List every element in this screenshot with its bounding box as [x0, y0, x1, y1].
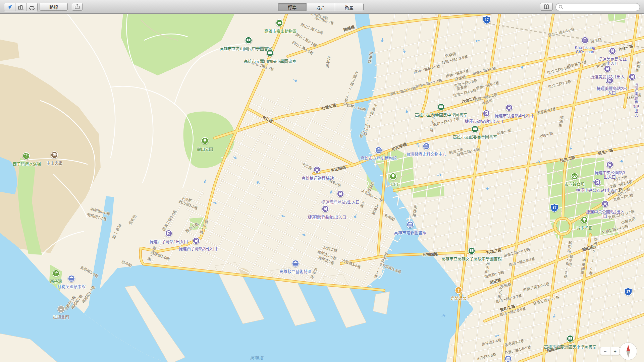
search-icon: [558, 4, 564, 10]
map-poi-mrt-icon[interactable]: [313, 166, 321, 175]
map-poi-museum-icon[interactable]: [375, 146, 382, 155]
map-poi-mrt-icon[interactable]: [594, 179, 601, 187]
map-poi-museum-icon[interactable]: [504, 355, 512, 362]
map-poi-school-icon[interactable]: [51, 151, 58, 160]
map-poi-mrt-icon[interactable]: [609, 47, 616, 56]
map-poi-palm-icon[interactable]: [22, 152, 30, 161]
map-poi-mrt-icon[interactable]: [606, 161, 613, 170]
map-poi-mrt-icon[interactable]: [193, 237, 200, 246]
map-poi-mrt-icon[interactable]: [606, 77, 613, 85]
map-poi-mrt-icon[interactable]: [604, 65, 611, 74]
map-poi-museum-icon[interactable]: [407, 221, 414, 230]
map-poi-mrt-icon[interactable]: [601, 200, 609, 209]
map-poi-mrt-icon[interactable]: [483, 110, 490, 118]
traffic-button[interactable]: [26, 3, 37, 11]
map-poi-tree-icon[interactable]: [581, 216, 588, 225]
map-canvas[interactable]: [0, 0, 644, 362]
3d-buildings-icon: [17, 4, 24, 10]
current-location-button[interactable]: [4, 3, 15, 11]
tab-satellite[interactable]: 衛星: [335, 3, 363, 11]
map-poi-mrt-icon[interactable]: [165, 230, 172, 238]
map-poi-stadium-icon[interactable]: [571, 173, 578, 181]
map-poi-tree-icon[interactable]: [201, 137, 209, 146]
map-poi-mrt-icon[interactable]: [581, 37, 589, 45]
traffic-car-icon: [29, 4, 35, 10]
tab-standard[interactable]: 標準: [278, 3, 307, 11]
search-input[interactable]: [564, 4, 640, 10]
map-poi-book-icon[interactable]: [437, 103, 445, 112]
map-poi-book-icon[interactable]: [567, 335, 574, 344]
zoom-controls: − +: [600, 347, 620, 355]
zoom-out-button[interactable]: −: [600, 347, 610, 355]
map-type-segmented-control: 標準 混合 衛星: [278, 3, 364, 11]
map-poi-book-icon[interactable]: [266, 49, 274, 58]
map-poi-mrt-icon[interactable]: [337, 190, 344, 199]
compass[interactable]: [619, 342, 638, 362]
map-poi-book-icon[interactable]: [468, 247, 475, 256]
location-arrow-icon: [6, 4, 13, 10]
map-poi-museum-icon[interactable]: [292, 260, 299, 268]
bookmarks-book-icon: [543, 3, 550, 10]
map-poi-book-icon[interactable]: [471, 125, 479, 134]
map-poi-palm-icon[interactable]: [52, 269, 60, 278]
map-tools-group: [4, 3, 38, 11]
directions-button[interactable]: 路線: [40, 3, 68, 11]
map-poi-gate-icon[interactable]: [57, 305, 65, 314]
map-poi-museum-icon[interactable]: [68, 275, 75, 284]
zoom-in-button[interactable]: +: [610, 347, 620, 355]
bookmarks-button[interactable]: [540, 3, 553, 11]
search-field[interactable]: [555, 3, 640, 11]
maps-window: 鼓山二路7-9巷河川街3-9巷河川街2-7巷建國橋鼓山二路6-1巷鼓山二路4-5…: [0, 0, 644, 362]
map-poi-mrt-icon[interactable]: [322, 205, 329, 214]
directions-label: 路線: [49, 4, 58, 10]
map-poi-mrt-icon[interactable]: [629, 73, 636, 82]
toolbar: 路線 標準 混合 衛星: [0, 0, 644, 14]
3d-buildings-button[interactable]: [15, 3, 26, 11]
map-poi-zoo-icon[interactable]: [276, 19, 283, 28]
map-poi-book-icon[interactable]: [245, 37, 252, 45]
map-poi-mrt-icon[interactable]: [505, 104, 513, 113]
map-poi-pier-icon[interactable]: [455, 287, 462, 295]
share-icon: [74, 3, 80, 10]
share-button[interactable]: [72, 3, 83, 11]
tab-hybrid[interactable]: 混合: [307, 3, 335, 11]
map-poi-tree-icon[interactable]: [389, 173, 397, 181]
map-poi-museum-icon[interactable]: [423, 142, 430, 151]
